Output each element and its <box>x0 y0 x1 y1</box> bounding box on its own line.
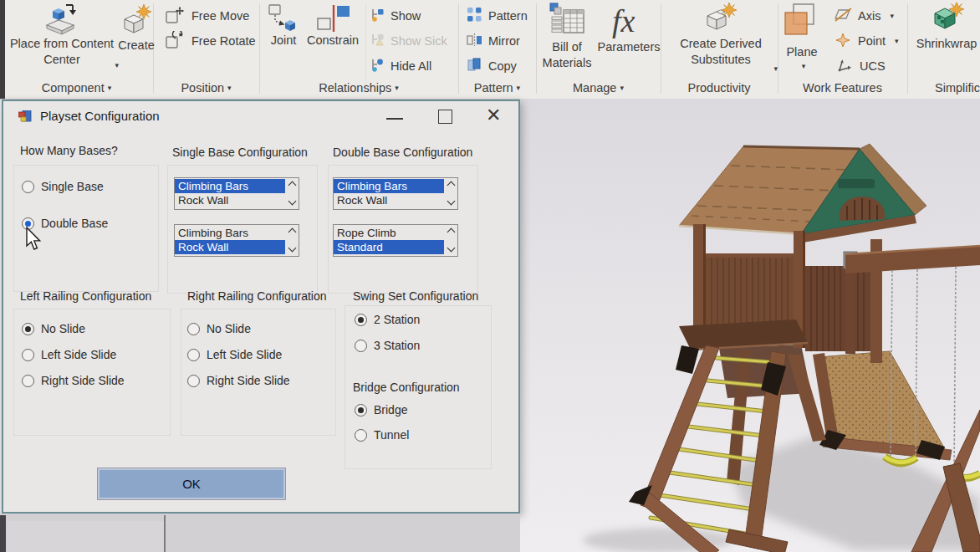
axis-button[interactable]: Axis ▾ <box>835 6 894 26</box>
radio-tunnel[interactable]: Tunnel <box>355 427 409 442</box>
mirror-button[interactable]: Mirror <box>467 31 520 51</box>
group-label-pattern[interactable]: Pattern▾ <box>458 81 536 98</box>
place-from-content-center-button[interactable]: Place from Content Center ▾ <box>8 3 115 68</box>
playset-3d-model[interactable] <box>520 99 980 552</box>
3d-viewport[interactable] <box>520 99 980 552</box>
bases-label: How Many Bases? <box>20 144 118 157</box>
group-label-manage[interactable]: Manage▾ <box>536 81 661 98</box>
scroll-up-icon <box>288 181 296 190</box>
create-component-label: Create <box>112 38 161 54</box>
chevron-down-icon[interactable]: ▾ <box>773 61 778 77</box>
group-label-simplification[interactable]: Simplification <box>935 81 980 98</box>
list-item[interactable]: Rope Climb <box>334 226 444 240</box>
listbox-scrollbar[interactable] <box>444 225 457 256</box>
radio-left-right-side-slide[interactable]: Right Side Slide <box>22 373 125 388</box>
radio-label: Bridge <box>374 403 407 417</box>
radio-label: Left Side Slide <box>41 348 116 361</box>
chevron-down-icon: ▾ <box>227 84 232 92</box>
copy-label: Copy <box>488 59 517 73</box>
radio-right-right-side-slide[interactable]: Right Side Slide <box>187 373 290 388</box>
radio-circle <box>187 375 200 387</box>
group-label-relationships[interactable]: Relationships▾ <box>259 81 458 98</box>
chevron-down-icon[interactable]: ▾ <box>783 59 824 74</box>
ribbon: Place from Content Center ▾ Create Compo… <box>0 0 980 100</box>
radio-single-base[interactable]: Single Base <box>22 179 104 194</box>
free-rotate-label: Free Rotate <box>191 34 256 48</box>
single-base-list-1[interactable]: Climbing Bars Rock Wall <box>174 177 299 210</box>
dialog-title: Playset Configuration <box>40 109 160 123</box>
show-sick-icon <box>369 32 385 50</box>
list-item[interactable]: Climbing Bars <box>175 226 285 240</box>
maximize-button[interactable] <box>438 110 452 124</box>
listbox-scrollbar[interactable] <box>285 225 299 256</box>
point-button[interactable]: Point ▾ <box>835 31 899 51</box>
constrain-button[interactable]: Constrain <box>301 4 365 49</box>
radio-label: No Slide <box>207 322 251 335</box>
radio-label: No Slide <box>41 322 85 335</box>
group-label-work-features[interactable]: Work Features <box>778 81 907 98</box>
radio-right-no-slide[interactable]: No Slide <box>187 321 251 336</box>
create-component-button[interactable]: Create <box>112 4 161 54</box>
listbox-scrollbar[interactable] <box>444 178 457 209</box>
chevron-down-icon[interactable]: ▾ <box>115 58 119 74</box>
radio-3-station[interactable]: 3 Station <box>355 338 420 353</box>
copy-button[interactable]: Copy <box>467 56 517 76</box>
hide-all-label: Hide All <box>390 59 431 73</box>
bill-of-materials-button[interactable]: Bill of Materials <box>533 3 600 71</box>
chevron-down-icon[interactable]: ▾ <box>895 37 899 45</box>
swing-set-label: Swing Set Configuration <box>353 289 478 303</box>
list-item[interactable]: Rock Wall <box>334 193 444 207</box>
radio-circle <box>22 349 34 361</box>
group-label-component[interactable]: Component▾ <box>0 81 153 98</box>
window-edge-strip <box>0 515 6 552</box>
radio-bridge[interactable]: Bridge <box>355 402 407 417</box>
group-label-position[interactable]: Position▾ <box>153 81 259 98</box>
joint-button[interactable]: Joint <box>263 4 304 49</box>
group-divider <box>778 3 778 94</box>
browser-panel[interactable] <box>7 521 164 552</box>
hide-all-button[interactable]: Hide All <box>369 56 431 76</box>
pattern-button[interactable]: Pattern <box>467 6 528 26</box>
show-button[interactable]: Show <box>369 6 421 26</box>
radio-left-left-side-slide[interactable]: Left Side Slide <box>22 347 116 362</box>
single-base-list-2[interactable]: Climbing Bars Rock Wall <box>174 224 299 257</box>
chevron-down-icon[interactable]: ▾ <box>890 12 894 20</box>
double-base-list-2[interactable]: Rope Climb Standard <box>333 224 458 257</box>
radio-label: Right Side Slide <box>207 374 290 387</box>
dialog-titlebar[interactable]: Playset Configuration ✕ <box>3 101 518 132</box>
scroll-down-icon <box>447 244 455 253</box>
chevron-down-icon: ▾ <box>517 84 521 92</box>
radio-2-station[interactable]: 2 Station <box>355 312 420 327</box>
inventor-app-window: { "app": {"name": "Autodesk Inventor rib… <box>0 0 980 552</box>
plane-button[interactable]: Plane ▾ <box>779 3 824 74</box>
double-base-list-1[interactable]: Climbing Bars Rock Wall <box>333 177 458 210</box>
close-button[interactable]: ✕ <box>486 105 501 126</box>
radio-left-no-slide[interactable]: No Slide <box>22 321 85 336</box>
shrinkwrap-button[interactable]: Shrinkwrap <box>908 3 980 52</box>
list-item[interactable]: Climbing Bars <box>334 179 444 193</box>
ok-button[interactable]: OK <box>97 468 286 500</box>
group-label-productivity[interactable]: Productivity <box>661 81 778 98</box>
radio-right-left-side-slide[interactable]: Left Side Slide <box>187 347 282 362</box>
point-label: Point <box>858 34 886 48</box>
panel-divider[interactable] <box>164 515 166 552</box>
free-move-button[interactable]: Free Move <box>166 6 249 26</box>
ucs-button[interactable]: UCS <box>836 56 886 76</box>
group-divider <box>365 3 366 94</box>
minimize-button[interactable] <box>386 118 403 120</box>
create-derived-substitutes-button[interactable]: Create Derived Substitutes ▾ <box>669 3 773 68</box>
listbox-scrollbar[interactable] <box>285 178 299 209</box>
list-item[interactable]: Standard <box>334 240 444 254</box>
list-item[interactable]: Climbing Bars <box>175 179 285 193</box>
parameters-button[interactable]: fx Parameters <box>595 3 663 55</box>
parameters-label: Parameters <box>595 39 663 55</box>
scroll-down-icon <box>288 244 296 253</box>
scroll-up-icon <box>288 228 296 237</box>
single-base-config-label: Single Base Configuration <box>172 146 308 159</box>
list-item[interactable]: Rock Wall <box>175 240 285 254</box>
browser-panel-area <box>0 514 520 552</box>
free-rotate-button[interactable]: Free Rotate <box>166 31 256 51</box>
list-item[interactable]: Rock Wall <box>175 193 285 207</box>
radio-circle <box>355 429 367 442</box>
radio-circle <box>187 323 200 335</box>
